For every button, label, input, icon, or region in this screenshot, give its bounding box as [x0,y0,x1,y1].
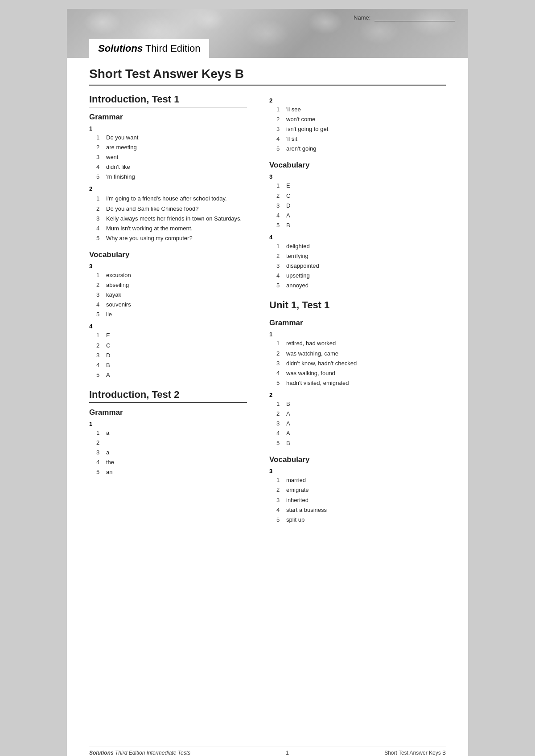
list-item: 1'll see [276,105,446,114]
unit1-q2-num: 2 [269,392,446,398]
unit1-test1-section: Unit 1, Test 1 Grammar 1 1retired, had w… [269,299,446,524]
list-item: 3D [96,351,247,360]
intro-test2-title: Introduction, Test 2 [89,389,247,400]
list-item: 3inherited [276,495,446,505]
unit1-q3-num: 3 [269,468,446,474]
unit1-q1-list: 1retired, had worked 2was watching, came… [269,339,446,388]
intro-test2-vocab-area: Vocabulary 3 1E 2C 3D 4A 5B 4 1delighted… [269,161,446,290]
name-input-box [374,14,455,21]
list-item: 1a [96,428,247,438]
header-name-label: Name: [354,14,455,21]
list-item: 1B [276,399,446,409]
list-item: 5Why are you using my computer? [96,233,247,243]
list-item: 2terrifying [276,251,446,261]
list-item: 5'm finishing [96,172,247,182]
list-item: 3isn't going to get [276,124,446,134]
page: Solutions Third Edition Name: Short Test… [67,9,468,756]
list-item: 2C [276,191,446,201]
list-item: 3didn't know, hadn't checked [276,359,446,368]
list-item: 2was watching, came [276,349,446,359]
list-item: 2emigrate [276,485,446,495]
intro-test2-q3-list: 1E 2C 3D 4A 5B [269,181,446,230]
intro-test1-q1-list: 1Do you want 2are meeting 3went 4didn't … [89,133,247,182]
main-title: Short Test Answer Keys B [89,67,446,81]
unit1-test1-vocab-title: Vocabulary [269,455,446,464]
list-item: 5A [96,370,247,380]
list-item: 4B [96,360,247,370]
list-item: 5lie [96,310,247,319]
list-item: 3D [276,201,446,211]
right-column: 2 1'll see 2won't come 3isn't going to g… [260,94,446,525]
list-item: 2A [276,409,446,419]
unit1-q2-list: 1B 2A 3A 4A 5B [269,399,446,448]
unit1-q3-list: 1married 2emigrate 3inherited 4start a b… [269,475,446,524]
list-item: 5aren't going [276,144,446,154]
list-item: 1E [96,331,247,340]
list-item: 2– [96,438,247,448]
list-item: 1delighted [276,241,446,251]
list-item: 4Mum isn't working at the moment. [96,224,247,233]
intro-test1-title: Introduction, Test 1 [89,94,247,105]
list-item: 1I'm going to a friend's house after sch… [96,194,247,204]
list-item: 1Do you want [96,133,247,143]
main-title-divider [89,85,446,86]
list-item: 1excursion [96,270,247,280]
list-item: 5B [276,438,446,448]
list-item: 1E [276,181,446,191]
unit1-test1-grammar-title: Grammar [269,319,446,327]
list-item: 4A [276,211,446,221]
list-item: 4souvenirs [96,300,247,310]
list-item: 5B [276,221,446,230]
list-item: 3A [276,419,446,429]
list-item: 2abseiling [96,280,247,290]
footer-logo-bold: Solutions [89,750,114,756]
footer-page-number: 1 [286,750,289,756]
list-item: 4'll sit [276,134,446,144]
intro-test2-q2-num: 2 [269,97,446,104]
list-item: 1married [276,475,446,485]
list-item: 4upsetting [276,271,446,281]
content-area: Introduction, Test 1 Grammar 1 1Do you w… [67,94,468,525]
intro-test2-q1-list: 1a 2– 3a 4the 5an [89,428,247,477]
list-item: 4the [96,458,247,467]
intro-test1-q1-num: 1 [89,125,247,132]
list-item: 4start a business [276,505,446,515]
list-item: 2won't come [276,114,446,124]
list-item: 5annoyed [276,281,446,290]
intro-test1-grammar-title: Grammar [89,113,247,122]
main-title-area: Short Test Answer Keys B [67,67,468,86]
intro-test2-section: Introduction, Test 2 Grammar 1 1a 2– 3a … [89,389,247,477]
intro-test1-section: Introduction, Test 1 Grammar 1 1Do you w… [89,94,247,380]
footer-right: Short Test Answer Keys B [384,750,446,756]
list-item: 5split up [276,515,446,525]
intro-test1-q4-list: 1E 2C 3D 4B 5A [89,331,247,380]
footer-left: Solutions Third Edition Intermediate Tes… [89,750,190,756]
left-column: Introduction, Test 1 Grammar 1 1Do you w… [89,94,260,525]
intro-test1-q4-num: 4 [89,323,247,330]
logo-rest: Third Edition [143,43,200,54]
logo-bold: Solutions [98,43,143,54]
intro-test2-q2-list: 1'll see 2won't come 3isn't going to get… [269,105,446,154]
list-item: 3went [96,152,247,162]
list-item: 3Kelly always meets her friends in town … [96,214,247,224]
intro-test1-q3-num: 3 [89,263,247,270]
intro-test2-q4-list: 1delighted 2terrifying 3disappointed 4up… [269,241,446,290]
intro-test2-vocab-title: Vocabulary [269,161,446,170]
list-item: 2are meeting [96,143,247,152]
intro-test2-q1-num: 1 [89,421,247,427]
intro-test1-q2-list: 1I'm going to a friend's house after sch… [89,194,247,243]
list-item: 2C [96,341,247,351]
intro-test1-q2-num: 2 [89,185,247,192]
header: Solutions Third Edition Name: [67,9,468,58]
intro-test2-grammar-title: Grammar [89,408,247,417]
intro-test1-divider [89,107,247,107]
list-item: 4didn't like [96,162,247,172]
list-item: 3kayak [96,290,247,300]
list-item: 4A [276,429,446,438]
list-item: 3a [96,448,247,458]
list-item: 2Do you and Sam like Chinese food? [96,204,247,214]
list-item: 1retired, had worked [276,339,446,348]
list-item: 5an [96,467,247,477]
intro-test2-divider [89,402,247,403]
unit1-test1-divider [269,313,446,313]
